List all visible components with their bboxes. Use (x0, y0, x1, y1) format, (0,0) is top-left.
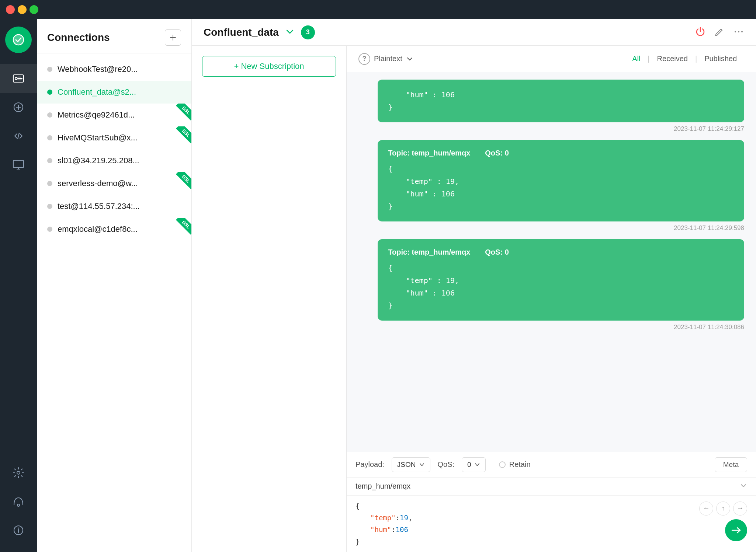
icon-sidebar-bottom (0, 458, 37, 545)
svg-point-17 (18, 528, 19, 529)
qos-selector[interactable]: 0 (462, 457, 486, 472)
active-connection-name: Confluent_data (204, 27, 279, 38)
connection-title-area: Confluent_data 3 (204, 25, 695, 39)
filter-received[interactable]: Received (650, 52, 695, 66)
connection-item[interactable]: Confluent_data@s2... (37, 81, 191, 104)
close-button[interactable] (6, 5, 15, 14)
nav-connections[interactable] (0, 64, 37, 93)
message-body-area[interactable]: { "temp" : 19, "hum" : 106 } (356, 500, 695, 548)
main-content: Confluent_data 3 (192, 19, 756, 552)
topic-row (347, 478, 756, 496)
traffic-lights (6, 5, 38, 14)
connections-header: Connections (37, 19, 191, 53)
messages-header: ? Plaintext All | Received | Published (347, 46, 756, 72)
bubble-qos: QoS: 0 (485, 149, 509, 157)
connection-item[interactable]: emqxlocal@c1def8c... (37, 218, 191, 241)
connection-status-dot (47, 112, 52, 118)
payload-chevron-icon (419, 462, 425, 468)
connection-status-dot (47, 67, 52, 72)
nav-subscriptions[interactable] (0, 487, 37, 516)
minimize-button[interactable] (18, 5, 27, 14)
svg-point-22 (741, 31, 743, 32)
message-input-row: { "temp" : 19, "hum" : 106 } ← ↑ → (347, 496, 756, 552)
nav-up-button[interactable]: ↑ (716, 502, 730, 516)
connection-status-dot (47, 227, 52, 232)
connection-name: test@114.55.57.234:... (58, 202, 181, 211)
nav-next-button[interactable]: → (733, 502, 747, 516)
send-button[interactable] (725, 519, 747, 541)
svg-point-14 (17, 504, 20, 506)
power-icon[interactable] (695, 26, 706, 39)
ssl-badge (174, 172, 191, 190)
add-connection-button[interactable] (165, 29, 181, 46)
nav-display[interactable] (0, 150, 37, 179)
topic-input[interactable] (356, 482, 735, 490)
message-timestamp: 2023-11-07 11:24:29:127 (674, 125, 744, 133)
format-label: Plaintext (374, 55, 402, 63)
message-item: Topic: temp_hum/emqx QoS: 0 { "temp" : 1… (358, 140, 744, 232)
qos-chevron-icon (474, 462, 480, 468)
input-controls-row: Payload: JSON QoS: 0 (347, 452, 756, 478)
bubble-content: { "temp" : 19, "hum" : 106 } (388, 163, 734, 213)
connection-status-dot (47, 181, 52, 186)
topic-chevron-icon[interactable] (740, 482, 747, 491)
top-bar-actions (695, 26, 744, 39)
retain-radio[interactable] (499, 461, 506, 468)
bubble-header: Topic: temp_hum/emqx QoS: 0 (388, 248, 734, 256)
bubble-content: "hum" : 106 } (388, 88, 734, 113)
bubble-header: Topic: temp_hum/emqx QoS: 0 (388, 149, 734, 157)
connection-item[interactable]: Metrics@qe92461d... (37, 104, 191, 126)
filter-published[interactable]: Published (697, 52, 744, 66)
connection-item[interactable]: WebhookTest@re20... (37, 58, 191, 81)
connection-chevron-icon[interactable] (285, 27, 295, 38)
more-icon[interactable] (733, 26, 744, 39)
messages-panel: ? Plaintext All | Received | Published (347, 46, 756, 552)
connection-item[interactable]: serverless-demo@w... (37, 172, 191, 195)
message-item: Topic: temp_hum/emqx QoS: 0 { "temp" : 1… (358, 239, 744, 331)
payload-type-value: JSON (397, 461, 416, 469)
connection-status-dot (47, 90, 52, 95)
bubble-content: { "temp" : 19, "hum" : 106 } (388, 262, 734, 312)
filter-all[interactable]: All (625, 52, 648, 66)
message-bubble: Topic: temp_hum/emqx QoS: 0 { "temp" : 1… (378, 140, 744, 221)
svg-point-21 (738, 31, 739, 32)
svg-rect-10 (13, 160, 24, 168)
nav-prev-button[interactable]: ← (699, 502, 713, 516)
app-logo[interactable] (5, 27, 32, 53)
connection-name: serverless-demo@w... (58, 179, 181, 188)
connection-item[interactable]: test@114.55.57.234:... (37, 195, 191, 218)
payload-type-selector[interactable]: JSON (392, 457, 430, 472)
title-bar (0, 0, 756, 19)
ssl-badge (174, 126, 191, 144)
connection-item[interactable]: sl01@34.219.25.208... (37, 149, 191, 172)
nav-settings[interactable] (0, 458, 37, 487)
svg-point-20 (735, 31, 736, 32)
connection-name: sl01@34.219.25.208... (58, 156, 181, 165)
help-icon: ? (358, 53, 370, 65)
svg-line-9 (18, 133, 19, 139)
connection-name: emqxlocal@c1def8c... (58, 224, 181, 234)
message-timestamp: 2023-11-07 11:24:29:598 (674, 224, 744, 232)
message-bubble: "hum" : 106 } (378, 80, 744, 122)
qos-label: QoS: (438, 460, 455, 469)
connection-status-dot (47, 204, 52, 209)
nav-info[interactable] (0, 516, 37, 545)
new-subscription-button[interactable]: + New Subscription (202, 56, 336, 77)
filter-tabs: All | Received | Published (625, 52, 744, 66)
maximize-button[interactable] (30, 5, 38, 14)
connection-item[interactable]: HiveMQStartSub@x... (37, 126, 191, 149)
input-area: Payload: JSON QoS: 0 (347, 452, 756, 552)
connection-name: Confluent_data@s2... (58, 87, 181, 97)
connection-status-dot (47, 135, 52, 140)
meta-button[interactable]: Meta (715, 457, 747, 472)
svg-point-13 (17, 471, 20, 474)
format-selector[interactable]: ? Plaintext (358, 53, 413, 65)
ssl-badge (174, 218, 191, 235)
connection-list: WebhookTest@re20...Confluent_data@s2...M… (37, 53, 191, 552)
notification-badge[interactable]: 3 (301, 25, 315, 39)
nav-code[interactable] (0, 122, 37, 150)
nav-add[interactable] (0, 93, 37, 122)
edit-icon[interactable] (714, 26, 725, 39)
connection-name: HiveMQStartSub@x... (58, 133, 181, 143)
qos-value: 0 (467, 461, 471, 469)
